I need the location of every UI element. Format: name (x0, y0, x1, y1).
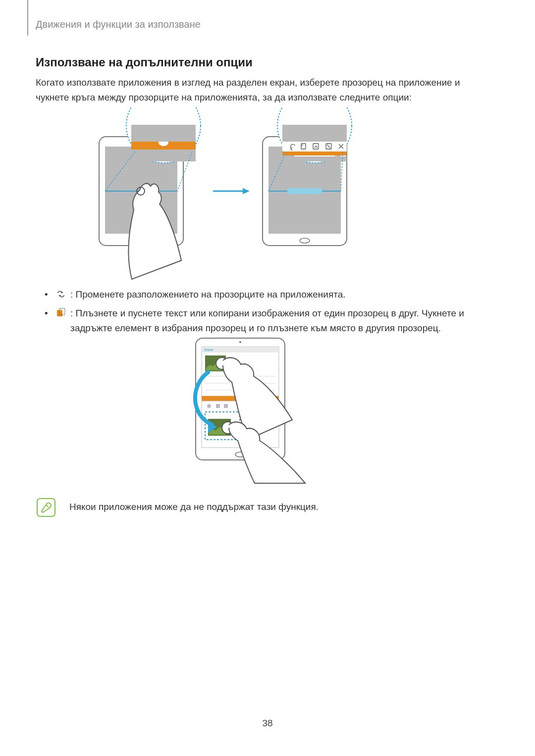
list-item: • : Променете разположението на прозорци… (45, 287, 476, 302)
svg-rect-28 (282, 151, 347, 155)
drag-content-icon (55, 306, 70, 336)
svg-point-40 (239, 341, 241, 343)
page-number: 38 (0, 718, 535, 729)
svg-rect-25 (282, 125, 347, 142)
svg-rect-11 (131, 125, 196, 142)
breadcrumb: Движения и функции за използване (36, 19, 201, 30)
svg-rect-52 (216, 404, 220, 408)
svg-rect-53 (224, 404, 228, 408)
figure-split-options (84, 107, 367, 281)
note-text: Някои приложения може да не поддържат та… (69, 498, 319, 512)
intro-paragraph: Когато използвате приложения в изглед на… (36, 75, 472, 105)
list-item: • : Плъзнете и пуснете текст или копиран… (45, 306, 476, 336)
bullet-text-2: : Плъзнете и пуснете текст или копирани … (70, 306, 476, 336)
svg-line-59 (46, 505, 49, 507)
bullet-dot: • (45, 306, 55, 336)
note-icon (37, 498, 55, 517)
figure-drag-between-windows: Share (193, 336, 344, 484)
bullet-dot: • (45, 287, 55, 302)
swap-windows-icon (55, 287, 70, 302)
svg-marker-16 (243, 188, 250, 194)
svg-rect-20 (287, 188, 322, 194)
bullet-text-1: : Променете разположението на прозорците… (70, 287, 476, 302)
option-list: • : Променете разположението на прозорци… (45, 287, 476, 340)
header-margin-bar (27, 0, 28, 36)
svg-rect-12 (131, 150, 196, 161)
svg-text:Share: Share (204, 348, 214, 352)
svg-point-51 (207, 404, 211, 408)
svg-rect-26 (282, 156, 347, 161)
page: Движения и функции за използване Използв… (0, 0, 535, 756)
note-block: Някои приложения може да не поддържат та… (37, 498, 473, 517)
section-title: Използване на допълнителни опции (36, 55, 253, 69)
